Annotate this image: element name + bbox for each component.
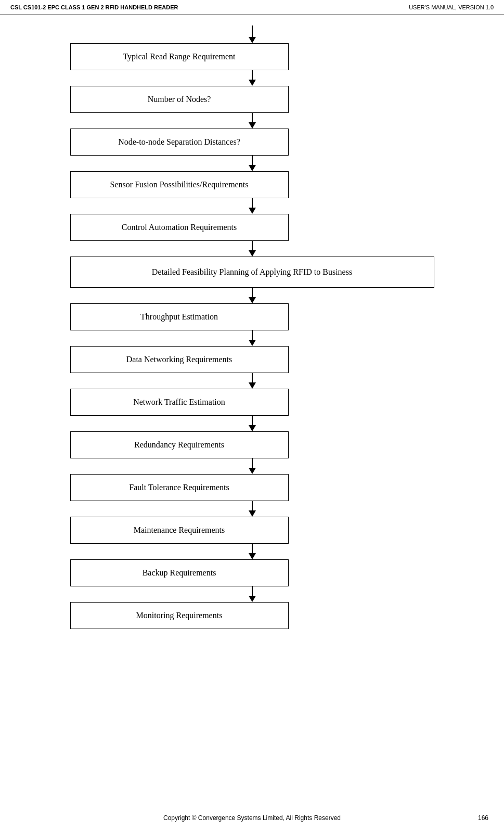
flowbox-sensor-fusion: Sensor Fusion Possibilities/Requirements — [70, 171, 289, 198]
arrow-connector-12 — [70, 586, 434, 602]
arrow-head — [249, 425, 256, 431]
arrow-head — [249, 382, 256, 389]
flowbox-number-of-nodes: Number of Nodes? — [70, 86, 289, 113]
arrow-head — [249, 553, 256, 559]
arrow-connector-9 — [70, 458, 434, 474]
arrow-line — [252, 373, 253, 382]
flowbox-maintenance: Maintenance Requirements — [70, 517, 289, 544]
flowbox-redundancy: Redundancy Requirements — [70, 431, 289, 458]
arrow-line — [252, 458, 253, 468]
footer-copyright: Copyright © Convergence Systems Limited,… — [0, 814, 504, 822]
arrow-line — [252, 288, 253, 297]
flowbox-throughput-estimation: Throughput Estimation — [70, 303, 289, 330]
arrow-connector-3 — [70, 198, 434, 214]
arrow-head — [249, 596, 256, 602]
arrow-line — [252, 198, 253, 208]
page-header: CSL CS101-2 EPC CLASS 1 GEN 2 RFID HANDH… — [0, 0, 504, 15]
arrow-connector-1 — [70, 113, 434, 129]
arrow-head — [249, 250, 256, 257]
arrow-connector-5 — [70, 288, 434, 303]
header-right: USER'S MANUAL, VERSION 1.0 — [409, 4, 494, 10]
arrow-head — [249, 80, 256, 86]
header-left: CSL CS101-2 EPC CLASS 1 GEN 2 RFID HANDH… — [10, 4, 178, 10]
flowbox-monitoring: Monitoring Requirements — [70, 602, 289, 629]
flowchart: Typical Read Range RequirementNumber of … — [70, 43, 434, 629]
arrow-head — [249, 468, 256, 474]
arrow-line — [252, 544, 253, 553]
flowbox-control-automation: Control Automation Requirements — [70, 214, 289, 241]
arrow-line — [252, 25, 253, 37]
arrow-connector-6 — [70, 330, 434, 346]
arrow-connector-10 — [70, 501, 434, 517]
flowbox-fault-tolerance: Fault Tolerance Requirements — [70, 474, 289, 501]
arrow-head — [249, 340, 256, 346]
footer-page: 166 — [478, 814, 488, 822]
arrow-line — [252, 330, 253, 340]
arrow-connector-8 — [70, 416, 434, 431]
initial-arrow — [249, 25, 256, 43]
flowbox-data-networking: Data Networking Requirements — [70, 346, 289, 373]
arrow-line — [252, 156, 253, 165]
arrow-head — [249, 37, 256, 43]
arrow-connector-7 — [70, 373, 434, 389]
flowbox-detailed-feasibility: Detailed Feasibility Planning of Applyin… — [70, 257, 434, 288]
page-footer: Copyright © Convergence Systems Limited,… — [0, 814, 504, 822]
flowbox-backup: Backup Requirements — [70, 559, 289, 586]
arrow-connector-11 — [70, 544, 434, 559]
arrow-head — [249, 122, 256, 129]
arrow-line — [252, 586, 253, 596]
arrow-connector-2 — [70, 156, 434, 171]
flowbox-node-separation: Node-to-node Separation Distances? — [70, 129, 289, 156]
arrow-head — [249, 297, 256, 303]
arrow-line — [252, 241, 253, 250]
arrow-connector-0 — [70, 70, 434, 86]
page-content: Typical Read Range RequirementNumber of … — [0, 15, 504, 660]
flowbox-typical-read-range: Typical Read Range Requirement — [70, 43, 289, 70]
arrow-head — [249, 208, 256, 214]
arrow-line — [252, 501, 253, 510]
arrow-connector-4 — [70, 241, 434, 257]
arrow-head — [249, 165, 256, 171]
arrow-line — [252, 70, 253, 80]
flowbox-network-traffic: Network Traffic Estimation — [70, 389, 289, 416]
arrow-line — [252, 416, 253, 425]
arrow-head — [249, 510, 256, 517]
arrow-line — [252, 113, 253, 122]
